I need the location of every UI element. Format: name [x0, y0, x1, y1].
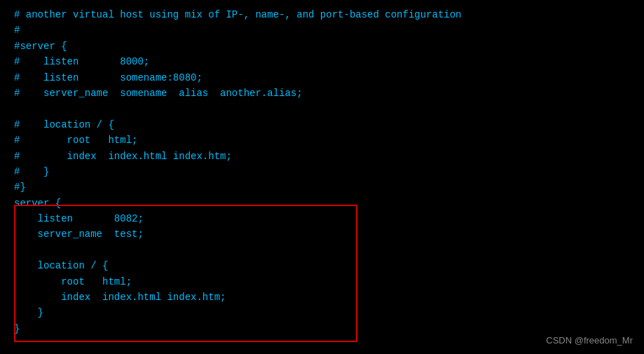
code-line-18: root html; [14, 274, 630, 290]
code-line-9: # root html; [14, 132, 630, 148]
code-line-3: #server { [14, 39, 630, 54]
code-line-15: server_name test; [14, 226, 630, 242]
code-line-20: } [14, 305, 630, 320]
code-line-7 [14, 101, 630, 116]
code-line-8: # location / { [14, 117, 630, 132]
code-line-5: # listen somename:8080; [14, 70, 630, 86]
code-line-2: # [14, 22, 630, 38]
code-line-17: location / { [14, 258, 630, 273]
watermark: CSDN @freedom_Mr [546, 335, 633, 346]
code-line-6: # server_name somename alias another.ali… [14, 86, 630, 101]
code-block: # another virtual host using mix of IP-,… [0, 0, 644, 343]
code-line-4: # listen 8000; [14, 54, 630, 69]
code-line-16 [14, 243, 630, 258]
code-line-12: #} [14, 179, 630, 195]
code-line-13: server { [14, 196, 630, 211]
code-line-21: } [14, 321, 630, 336]
code-line-1: # another virtual host using mix of IP-,… [14, 7, 630, 22]
code-line-11: # } [14, 164, 630, 179]
watermark-text: CSDN @freedom_Mr [546, 335, 633, 346]
code-line-19: index index.html index.htm; [14, 290, 630, 305]
code-line-14: listen 8082; [14, 211, 630, 226]
code-line-10: # index index.html index.htm; [14, 149, 630, 164]
